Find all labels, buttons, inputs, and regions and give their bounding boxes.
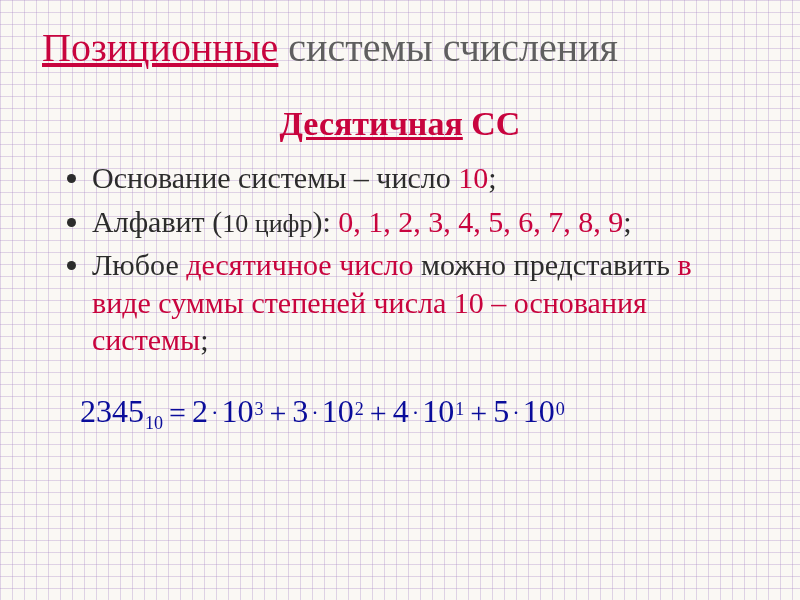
eq-base: 10 xyxy=(523,393,555,430)
eq-coef: 3 xyxy=(292,393,308,430)
text: Любое xyxy=(92,248,186,281)
subtitle-underlined: Десятичная xyxy=(280,105,463,142)
eq-plus: + xyxy=(470,396,487,430)
highlight: десятичное число xyxy=(186,248,413,281)
eq-subscript: 10 xyxy=(145,413,163,434)
bullet-list: Основание системы – число 10; Алфавит (1… xyxy=(70,159,760,359)
text: Алфавит ( xyxy=(92,205,222,238)
eq-number: 2345 xyxy=(80,393,144,430)
text: ): xyxy=(312,205,338,238)
eq-exp: 3 xyxy=(254,399,263,420)
list-item: Алфавит (10 цифр): 0, 1, 2, 3, 4, 5, 6, … xyxy=(92,203,750,241)
eq-base: 10 xyxy=(221,393,253,430)
highlight: 10 xyxy=(458,161,488,194)
title-highlight: Позиционные xyxy=(42,25,278,70)
eq-equals: = xyxy=(169,396,186,430)
list-item: Любое десятичное число можно представить… xyxy=(92,246,750,359)
eq-base: 10 xyxy=(422,393,454,430)
eq-coef: 4 xyxy=(393,393,409,430)
text: ; xyxy=(200,323,208,356)
eq-term: 4·101 xyxy=(393,393,465,430)
eq-coef: 2 xyxy=(192,393,208,430)
equation: 234510 = 2·103 + 3·102 + 4·101 + 5·100 xyxy=(80,393,760,430)
text: можно представить xyxy=(414,248,678,281)
eq-plus: + xyxy=(269,396,286,430)
eq-coef: 5 xyxy=(493,393,509,430)
eq-plus: + xyxy=(370,396,387,430)
eq-dot: · xyxy=(212,400,218,426)
eq-dot: · xyxy=(413,400,419,426)
text: ; xyxy=(488,161,496,194)
title-rest: системы счисления xyxy=(278,25,618,70)
eq-term: 2·103 xyxy=(192,393,264,430)
eq-dot: · xyxy=(513,400,519,426)
eq-term: 3·102 xyxy=(292,393,364,430)
eq-lhs: 234510 xyxy=(80,393,163,430)
highlight: 0, 1, 2, 3, 4, 5, 6, 7, 8, 9 xyxy=(338,205,623,238)
eq-exp: 1 xyxy=(455,399,464,420)
eq-dot: · xyxy=(312,400,318,426)
slide-title: Позиционные системы счисления xyxy=(42,24,760,71)
subtitle-rest: СС xyxy=(463,105,521,142)
eq-base: 10 xyxy=(322,393,354,430)
list-item: Основание системы – число 10; xyxy=(92,159,750,197)
subtitle: Десятичная СС xyxy=(40,105,760,143)
text-small: 10 цифр xyxy=(222,209,312,238)
eq-exp: 0 xyxy=(556,399,565,420)
eq-exp: 2 xyxy=(355,399,364,420)
text: ; xyxy=(623,205,631,238)
text: Основание системы – число xyxy=(92,161,458,194)
eq-term: 5·100 xyxy=(493,393,565,430)
